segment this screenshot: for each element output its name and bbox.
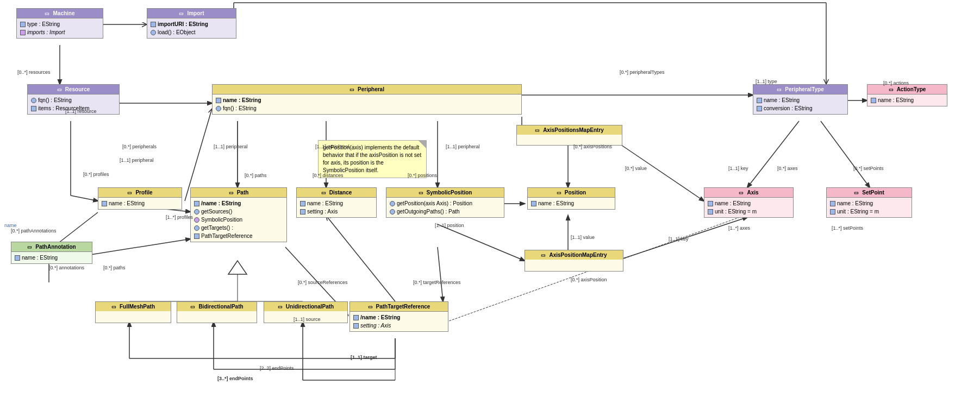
attr: name : EString <box>531 199 611 207</box>
class-SetPoint-header: ▭ SetPoint <box>827 188 912 198</box>
label-axisPosition: [0.*] axisPosition <box>571 277 607 282</box>
class-Axis-header: ▭ Axis <box>704 188 793 198</box>
label-distances: [0.*] distances <box>313 173 344 178</box>
class-SymbolicPosition-header: ▭ SymbolicPosition <box>386 188 504 198</box>
attr-icon <box>757 98 762 103</box>
attr-icon <box>300 209 305 215</box>
attr: unit : EString = m <box>708 207 790 216</box>
label-resource: [1..1] resource <box>65 109 97 114</box>
class-ActionType: ▭ ActionType name : EString <box>867 84 947 106</box>
class-AxisPositionMapEntry: ▭ AxisPositionMapEntry <box>525 250 623 272</box>
class-FullMeshPath-header: ▭ FullMeshPath <box>96 302 171 311</box>
attr-icon <box>15 255 20 261</box>
class-BidirectionalPath-header: ▭ BidirectionalPath <box>177 302 257 311</box>
label-paths1: [0.*] paths <box>245 173 267 178</box>
attr-icon <box>757 106 762 111</box>
class-Import-body: importURI : EString load() : EObject <box>147 18 236 38</box>
class-AxisPositionMapEntry-header: ▭ AxisPositionMapEntry <box>525 250 623 260</box>
label-setPoints2: [1..*] setPoints <box>832 225 863 231</box>
label-resources: [0..*] resources <box>17 70 51 75</box>
attr-icon <box>151 22 156 27</box>
attr: SymbolicPosition <box>194 216 283 224</box>
class-Import: ▭ Import importURI : EString load() : EO… <box>147 8 236 39</box>
svg-line-29 <box>438 247 443 301</box>
class-AxisPositionsMapEntry: ▭ AxisPositionsMapEntry <box>516 125 622 146</box>
label-axes1: [0.*] axes <box>777 166 798 171</box>
class-SetPoint-body: name : EString unit : EString = m <box>827 198 912 217</box>
attr: setting : Axis <box>300 207 373 216</box>
label-peripheralTypes: [0.*] peripheralTypes <box>620 70 665 75</box>
class-FullMeshPath: ▭ FullMeshPath <box>95 301 171 323</box>
attr-icon <box>830 209 835 215</box>
attr: PathTargetReference <box>194 232 283 240</box>
class-Peripheral-body: name : EString fqn() : EString <box>213 94 521 114</box>
class-PathAnnotation: ▭ PathAnnotation name : EString <box>11 242 92 264</box>
class-BidirectionalPath: ▭ BidirectionalPath <box>177 301 257 323</box>
label-key1: [1..1] key <box>728 166 748 171</box>
label-pathAnnotations: [0.*] pathAnnotations <box>11 228 57 234</box>
class-PeripheralType-body: name : EString conversion : EString <box>753 94 847 114</box>
class-Profile-body: name : EString <box>98 198 182 209</box>
class-Axis: ▭ Axis name : EString unit : EString = m <box>704 187 794 218</box>
class-Peripheral-header: ▭ Peripheral <box>213 85 521 94</box>
class-Path-header: ▭ Path <box>191 188 286 198</box>
class-Profile-header: ▭ Profile <box>98 188 182 198</box>
label-position: [1..1] position <box>435 223 464 228</box>
label-actions: [0.*] actions <box>883 80 909 86</box>
attr: name : EString <box>830 199 908 207</box>
attr-icon <box>216 98 221 103</box>
attr-icon <box>390 201 395 206</box>
attr-icon <box>830 201 835 206</box>
class-PathAnnotation-header: ▭ PathAnnotation <box>11 242 92 252</box>
attr: getTargets() : <box>194 224 283 232</box>
class-Import-header: ▭ Import <box>147 9 236 18</box>
attr: name : EString <box>102 199 178 207</box>
class-Machine-body: type : EString imports : Import <box>17 18 103 38</box>
attr: getOutgoingPaths() : Path <box>390 207 501 216</box>
attr: name : EString <box>15 254 89 262</box>
label-paths2: [0.*] paths <box>103 265 126 270</box>
class-Position: ▭ Position name : EString <box>527 187 615 210</box>
label-positions: [0.*] positions <box>408 173 437 178</box>
svg-line-14 <box>620 144 704 201</box>
attr-icon <box>300 201 305 206</box>
attr: importURI : EString <box>151 20 233 28</box>
label-targetReferences: [0.*] targetReferences <box>413 280 461 285</box>
class-Path-body: /name : EString getSources() SymbolicPos… <box>191 198 286 242</box>
attr-icon <box>20 30 26 35</box>
label-endPoints2: [2..2] endPoints <box>260 365 294 371</box>
attr: type : EString <box>20 20 99 28</box>
class-Distance-header: ▭ Distance <box>297 188 376 198</box>
attr: name : EString <box>708 199 790 207</box>
attr: getPosition(axis Axis) : Position <box>390 199 501 207</box>
svg-line-23 <box>87 239 190 255</box>
class-PathTargetReference-body: /name : EString setting : Axis <box>350 312 448 331</box>
class-Machine-header: ▭ Machine <box>17 9 103 18</box>
label-endPoints3: [3..*] endPoints <box>217 376 253 381</box>
class-Position-body: name : EString <box>528 198 615 209</box>
attr: name : EString <box>757 96 844 104</box>
attr: fqn() : EString <box>216 104 518 112</box>
label-key2: [1..1] key <box>669 236 689 242</box>
class-SymbolicPosition-body: getPosition(axis Axis) : Position getOut… <box>386 198 504 217</box>
label-peripheral1: [1..1] peripheral <box>120 157 154 163</box>
attr-icon <box>194 225 199 231</box>
attr-icon <box>531 201 536 206</box>
svg-line-25 <box>438 224 525 261</box>
attr-icon <box>31 106 36 111</box>
label-peripheral3: [1..1] peripheral <box>315 144 349 149</box>
svg-line-17 <box>821 121 870 187</box>
attr-icon <box>390 209 395 215</box>
attr-icon <box>31 98 36 103</box>
attr: getSources() <box>194 207 283 216</box>
label-name: name <box>4 223 17 228</box>
attr: fqn() : EString <box>31 96 116 104</box>
attr: load() : EObject <box>151 28 233 36</box>
attr-icon <box>194 201 199 206</box>
class-AxisPositionsMapEntry-header: ▭ AxisPositionsMapEntry <box>517 125 622 135</box>
class-Axis-body: name : EString unit : EString = m <box>704 198 793 217</box>
class-Distance-body: name : EString setting : Axis <box>297 198 376 217</box>
attr: /name : EString <box>194 199 283 207</box>
label-sourceReferences: [0.*] sourceReferences <box>298 280 348 285</box>
label-axisPositions: [0.*] axisPositions <box>573 144 612 149</box>
